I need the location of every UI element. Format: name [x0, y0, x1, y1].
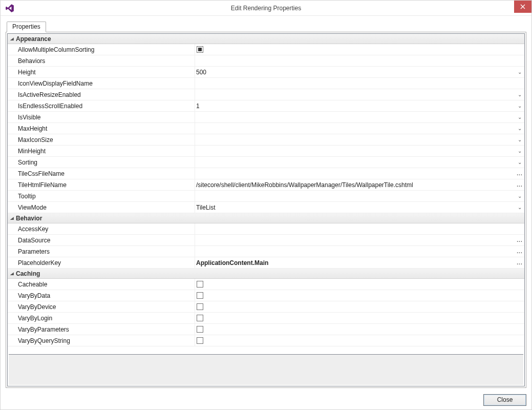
property-row[interactable]: Behaviors	[8, 55, 524, 67]
property-value[interactable]: ⌄	[195, 123, 524, 134]
property-value[interactable]	[195, 279, 524, 290]
row-gutter	[8, 157, 16, 168]
checkbox[interactable]	[197, 337, 203, 344]
row-gutter	[8, 290, 16, 301]
category-label: Appearance	[16, 35, 51, 43]
property-grid-scroll[interactable]: ◢AppearanceAllowMultipleColumnSortingBeh…	[8, 34, 524, 354]
property-label: VaryByData	[16, 290, 195, 301]
property-value[interactable]: ...	[195, 246, 524, 257]
close-dialog-button[interactable]: Close	[483, 394, 526, 406]
row-gutter	[8, 335, 16, 346]
property-label: VaryByParameters	[16, 324, 195, 335]
category-header[interactable]: ◢Appearance	[8, 34, 524, 44]
property-value[interactable]: ⌄	[195, 146, 524, 156]
property-row[interactable]: MinHeight⌄	[8, 146, 524, 157]
ellipsis-button[interactable]: ...	[515, 179, 524, 190]
property-row[interactable]: VaryByParameters	[8, 324, 524, 335]
property-row[interactable]: AccessKey	[8, 223, 524, 235]
property-row[interactable]: IsActiveResizeEnabled⌄	[8, 89, 524, 100]
dialog-body: Properties ◢AppearanceAllowMultipleColum…	[1, 16, 531, 390]
dropdown-button[interactable]: ⌄	[515, 123, 524, 134]
property-row[interactable]: VaryByData	[8, 290, 524, 301]
property-value[interactable]: ⌄	[195, 112, 524, 122]
dropdown-button[interactable]: ⌄	[515, 134, 524, 145]
property-value-text: /sitecore/shell/client/MikeRobbins/Wallp…	[196, 181, 413, 189]
property-value[interactable]	[195, 44, 524, 55]
property-value[interactable]: ⌄	[195, 89, 524, 100]
property-label: MinHeight	[16, 146, 195, 156]
property-value[interactable]: ...	[195, 235, 524, 245]
property-label: Sorting	[16, 157, 195, 168]
dropdown-button[interactable]: ⌄	[515, 202, 524, 213]
checkbox[interactable]	[197, 303, 203, 310]
property-value[interactable]: ...	[195, 168, 524, 179]
checkbox[interactable]	[197, 281, 203, 288]
dropdown-button[interactable]: ⌄	[515, 67, 524, 77]
property-value[interactable]	[195, 313, 524, 323]
property-value[interactable]	[195, 290, 524, 301]
category-header[interactable]: ◢Caching	[8, 269, 524, 279]
property-row[interactable]: VaryByLogin	[8, 313, 524, 324]
property-label: VaryByQueryString	[16, 335, 195, 346]
close-button[interactable]	[514, 1, 531, 13]
property-value[interactable]	[195, 301, 524, 312]
checkbox[interactable]	[197, 46, 203, 53]
property-row[interactable]: TileHtmlFileName/sitecore/shell/client/M…	[8, 179, 524, 191]
property-value[interactable]	[195, 55, 524, 66]
property-row[interactable]: ViewModeTileList⌄	[8, 202, 524, 213]
property-label: PlaceholderKey	[16, 257, 195, 268]
property-row[interactable]: PlaceholderKeyApplicationContent.Main...	[8, 257, 524, 269]
row-gutter	[8, 279, 16, 290]
property-row[interactable]: IsEndlessScrollEnabled1⌄	[8, 100, 524, 112]
row-gutter	[8, 235, 16, 245]
property-row[interactable]: MaxIconSize⌄	[8, 134, 524, 146]
property-value[interactable]	[195, 335, 524, 346]
ellipsis-button[interactable]: ...	[515, 168, 524, 179]
property-value[interactable]: ⌄	[195, 134, 524, 145]
dropdown-button[interactable]: ⌄	[515, 112, 524, 122]
tab-properties[interactable]: Properties	[7, 22, 46, 32]
property-value[interactable]: /sitecore/shell/client/MikeRobbins/Wallp…	[195, 179, 524, 190]
property-label: Parameters	[16, 246, 195, 257]
ellipsis-button[interactable]: ...	[515, 235, 524, 245]
property-label: TileCssFileName	[16, 168, 195, 179]
description-pane	[9, 354, 523, 385]
property-value[interactable]	[195, 78, 524, 89]
property-value[interactable]: 500⌄	[195, 67, 524, 77]
property-row[interactable]: Parameters...	[8, 246, 524, 257]
property-value-text: ApplicationContent.Main	[196, 259, 268, 266]
property-value[interactable]: ⌄	[195, 191, 524, 201]
property-value[interactable]	[195, 324, 524, 335]
dropdown-button[interactable]: ⌄	[515, 146, 524, 156]
dropdown-button[interactable]: ⌄	[515, 157, 524, 168]
property-label: IconViewDisplayFieldName	[16, 78, 195, 89]
row-gutter	[8, 324, 16, 335]
property-row[interactable]: Tooltip⌄	[8, 191, 524, 202]
property-row[interactable]: MaxHeight⌄	[8, 123, 524, 134]
property-value[interactable]: ⌄	[195, 157, 524, 168]
property-row[interactable]: VaryByDevice	[8, 301, 524, 313]
category-header[interactable]: ◢Behavior	[8, 213, 524, 223]
property-grid: ◢AppearanceAllowMultipleColumnSortingBeh…	[7, 33, 525, 386]
ellipsis-button[interactable]: ...	[515, 257, 524, 268]
property-row[interactable]: VaryByQueryString	[8, 335, 524, 346]
property-row[interactable]: Cacheable	[8, 279, 524, 290]
property-value[interactable]: 1⌄	[195, 100, 524, 111]
checkbox[interactable]	[197, 292, 203, 299]
property-value[interactable]	[195, 223, 524, 234]
property-row[interactable]: Sorting⌄	[8, 157, 524, 168]
checkbox[interactable]	[197, 315, 203, 321]
property-value[interactable]: TileList⌄	[195, 202, 524, 213]
property-row[interactable]: AllowMultipleColumnSorting	[8, 44, 524, 55]
dropdown-button[interactable]: ⌄	[515, 191, 524, 201]
property-row[interactable]: TileCssFileName...	[8, 168, 524, 179]
ellipsis-button[interactable]: ...	[515, 246, 524, 257]
dropdown-button[interactable]: ⌄	[515, 100, 524, 111]
property-value[interactable]: ApplicationContent.Main...	[195, 257, 524, 268]
dropdown-button[interactable]: ⌄	[515, 89, 524, 100]
property-row[interactable]: IsVisible⌄	[8, 112, 524, 123]
checkbox[interactable]	[197, 326, 203, 333]
property-row[interactable]: Height500⌄	[8, 67, 524, 78]
property-row[interactable]: DataSource...	[8, 235, 524, 246]
property-row[interactable]: IconViewDisplayFieldName	[8, 78, 524, 89]
